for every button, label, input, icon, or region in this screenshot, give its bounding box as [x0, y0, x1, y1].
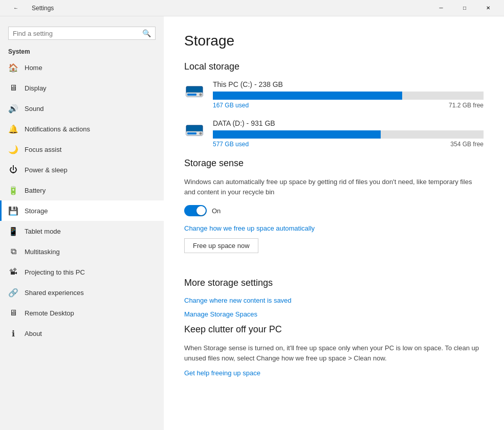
sidebar-item-label-sound: Sound: [25, 105, 44, 112]
sidebar-item-label-multitasking: Multitasking: [25, 248, 60, 256]
search-box[interactable]: 🔍: [8, 27, 156, 40]
sound-icon: 🔊: [8, 103, 18, 114]
sidebar-item-battery[interactable]: 🔋Battery: [0, 180, 164, 200]
back-icon: ←: [13, 5, 18, 11]
drive-stats-c: 167 GB used71.2 GB free: [213, 102, 484, 109]
close-button[interactable]: ✕: [476, 0, 500, 16]
tablet-icon: 📱: [8, 226, 18, 236]
drive-stats-d: 577 GB used354 GB free: [213, 141, 484, 148]
app-body: 🔍 System 🏠Home🖥Display🔊Sound🔔Notificatio…: [0, 16, 504, 430]
sidebar-item-focus[interactable]: 🌙Focus assist: [0, 139, 164, 160]
storage-icon: 💾: [8, 206, 18, 216]
main-content: Storage Local storage This PC (C:) - 238…: [164, 16, 504, 430]
nav-list: 🏠Home🖥Display🔊Sound🔔Notifications & acti…: [0, 57, 164, 344]
manage-storage-link[interactable]: Manage Storage Spaces: [184, 310, 484, 318]
power-icon: ⏻: [8, 165, 18, 175]
drive-item-c: This PC (C:) - 238 GB167 GB used71.2 GB …: [184, 80, 484, 109]
keep-clutter-desc: When Storage sense is turned on, it'll f…: [184, 343, 484, 363]
toggle-knob: [196, 206, 206, 215]
svg-rect-7: [187, 132, 196, 134]
drive-used-c: 167 GB used: [213, 102, 249, 109]
svg-rect-3: [187, 94, 196, 96]
drives-list: This PC (C:) - 238 GB167 GB used71.2 GB …: [184, 80, 484, 148]
sidebar-item-label-storage: Storage: [25, 207, 48, 215]
sidebar-item-tablet[interactable]: 📱Tablet mode: [0, 221, 164, 241]
sidebar-item-shared[interactable]: 🔗Shared experiences: [0, 282, 164, 303]
drive-info-c: This PC (C:) - 238 GB167 GB used71.2 GB …: [213, 80, 484, 109]
sidebar-item-label-shared: Shared experiences: [25, 289, 84, 297]
sidebar-item-sound[interactable]: 🔊Sound: [0, 98, 164, 119]
drive-icon-d: [184, 120, 205, 141]
multitasking-icon: ⧉: [8, 246, 18, 257]
drive-name-d: DATA (D:) - 931 GB: [213, 119, 484, 127]
battery-icon: 🔋: [8, 185, 18, 195]
about-icon: ℹ: [8, 328, 18, 338]
drive-icon-c: [184, 81, 205, 102]
system-section-label: System: [0, 44, 164, 57]
sidebar-item-label-projecting: Projecting to this PC: [25, 268, 85, 276]
sidebar-item-label-about: About: [25, 330, 42, 337]
storage-sense-toggle-row: On: [184, 205, 484, 216]
search-input[interactable]: [13, 30, 142, 37]
focus-icon: 🌙: [8, 144, 18, 154]
sidebar-item-label-notifications: Notifications & actions: [25, 125, 90, 133]
toggle-label: On: [212, 207, 221, 215]
get-help-link[interactable]: Get help freeing up space: [184, 369, 484, 377]
sidebar-item-home[interactable]: 🏠Home: [0, 57, 164, 78]
progress-bar-fill-c: [213, 92, 402, 100]
sense-description: Windows can automatically free up space …: [184, 177, 484, 197]
drive-name-c: This PC (C:) - 238 GB: [213, 80, 484, 88]
sidebar-item-remote[interactable]: 🖥Remote Desktop: [0, 303, 164, 323]
sidebar-item-storage[interactable]: 💾Storage: [0, 200, 164, 221]
projecting-icon: 📽: [8, 267, 18, 277]
titlebar-left: ← Settings: [4, 0, 54, 16]
sidebar-item-multitasking[interactable]: ⧉Multitasking: [0, 241, 164, 262]
drive-info-d: DATA (D:) - 931 GB577 GB used354 GB free: [213, 119, 484, 148]
sidebar-item-projecting[interactable]: 📽Projecting to this PC: [0, 262, 164, 282]
progress-bar-bg-c: [213, 92, 484, 100]
progress-bar-bg-d: [213, 130, 484, 139]
search-icon: 🔍: [142, 29, 151, 37]
drive-free-d: 354 GB free: [450, 141, 484, 148]
remote-icon: 🖥: [8, 308, 18, 318]
sidebar-item-label-home: Home: [25, 64, 42, 72]
drive-item-d: DATA (D:) - 931 GB577 GB used354 GB free: [184, 119, 484, 148]
storage-sense-title: Storage sense: [184, 158, 484, 169]
sidebar-header: [0, 16, 164, 27]
change-content-link[interactable]: Change where new content is saved: [184, 297, 484, 304]
sidebar-item-label-tablet: Tablet mode: [25, 228, 61, 235]
free-space-button[interactable]: Free up space now: [184, 238, 258, 253]
minimize-button[interactable]: ─: [429, 0, 453, 16]
page-title: Storage: [184, 33, 484, 49]
sidebar: 🔍 System 🏠Home🖥Display🔊Sound🔔Notificatio…: [0, 16, 164, 430]
drive-used-d: 577 GB used: [213, 141, 249, 148]
shared-icon: 🔗: [8, 287, 18, 298]
sidebar-item-label-battery: Battery: [25, 187, 46, 194]
notifications-icon: 🔔: [8, 124, 18, 134]
svg-point-2: [200, 94, 202, 96]
sidebar-item-label-remote: Remote Desktop: [25, 309, 74, 317]
display-icon: 🖥: [8, 83, 18, 93]
maximize-button[interactable]: □: [453, 0, 476, 16]
more-settings-title: More storage settings: [184, 278, 484, 288]
storage-sense-toggle[interactable]: [184, 205, 207, 216]
sidebar-item-power[interactable]: ⏻Power & sleep: [0, 160, 164, 180]
back-button[interactable]: ←: [4, 0, 28, 16]
change-automatically-link[interactable]: Change how we free up space automaticall…: [184, 224, 484, 232]
drive-free-c: 71.2 GB free: [449, 102, 484, 109]
sidebar-item-label-focus: Focus assist: [25, 146, 61, 153]
svg-point-6: [200, 132, 202, 135]
sidebar-item-label-power: Power & sleep: [25, 166, 68, 174]
titlebar-title: Settings: [32, 5, 54, 12]
keep-clutter-title: Keep clutter off your PC: [184, 324, 484, 335]
sidebar-item-label-display: Display: [25, 84, 47, 92]
titlebar: ← Settings ─ □ ✕: [0, 0, 504, 16]
home-icon: 🏠: [8, 62, 18, 73]
progress-bar-fill-d: [213, 130, 381, 139]
local-storage-title: Local storage: [184, 61, 484, 72]
sidebar-item-notifications[interactable]: 🔔Notifications & actions: [0, 119, 164, 139]
sidebar-item-about[interactable]: ℹAbout: [0, 323, 164, 344]
titlebar-controls: ─ □ ✕: [429, 0, 500, 16]
sidebar-item-display[interactable]: 🖥Display: [0, 78, 164, 98]
